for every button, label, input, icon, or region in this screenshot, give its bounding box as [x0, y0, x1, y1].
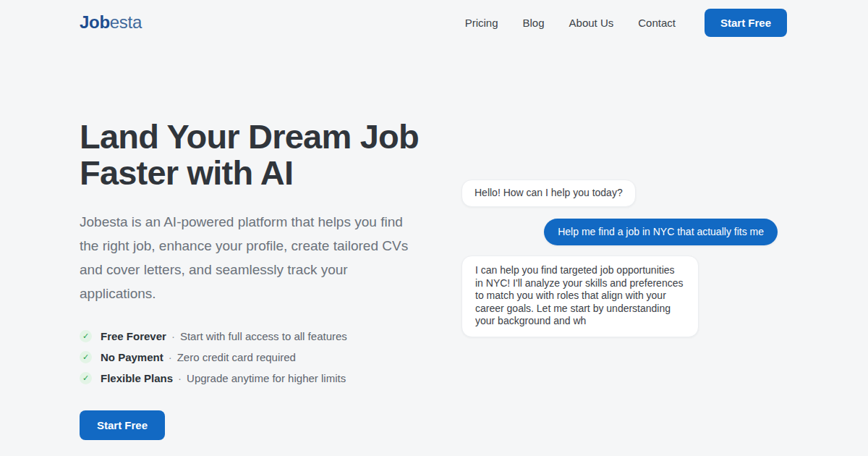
page-title: Land Your Dream Job Faster with AI — [80, 119, 427, 191]
nav-link-blog[interactable]: Blog — [523, 17, 545, 29]
feature-list: ✓ Free Forever · Start with full access … — [80, 326, 427, 389]
hero-start-free-button[interactable]: Start Free — [80, 410, 165, 440]
feature-text: Zero credit card required — [177, 351, 296, 363]
hero-section: Land Your Dream Job Faster with AI Jobes… — [80, 119, 427, 440]
feature-text: Upgrade anytime for higher limits — [187, 372, 346, 384]
feature-item-no-payment: ✓ No Payment · Zero credit card required — [80, 347, 427, 368]
header: Jobesta Pricing Blog About Us Contact St… — [0, 0, 868, 45]
brand-logo[interactable]: Jobesta — [80, 12, 142, 33]
page-title-line1: Land Your Dream Job — [80, 117, 419, 156]
chat-bubble-assistant-reply: I can help you find targeted job opportu… — [461, 256, 699, 337]
nav-link-about-us[interactable]: About Us — [569, 17, 614, 29]
chat-bubble-assistant-greeting: Hello! How can I help you today? — [461, 180, 636, 207]
feature-separator: · — [171, 330, 175, 342]
brand-logo-bold: Job — [80, 12, 110, 32]
brand-logo-light: esta — [110, 12, 142, 32]
nav-link-contact[interactable]: Contact — [638, 17, 676, 29]
feature-text: Start with full access to all features — [180, 330, 347, 342]
main-nav: Pricing Blog About Us Contact Start Free — [465, 9, 787, 37]
header-start-free-button[interactable]: Start Free — [705, 9, 787, 37]
feature-label: No Payment — [101, 351, 163, 363]
feature-label: Flexible Plans — [101, 372, 173, 384]
feature-separator: · — [169, 351, 172, 363]
chat-bubble-user-request: Help me find a job in NYC that actually … — [544, 219, 778, 246]
check-icon: ✓ — [80, 330, 92, 342]
hero-description: Jobesta is an AI-powered platform that h… — [80, 210, 420, 305]
feature-item-free-forever: ✓ Free Forever · Start with full access … — [80, 326, 427, 347]
chat-preview: Hello! How can I help you today? Help me… — [461, 180, 778, 337]
page-title-line2: Faster with AI — [80, 153, 293, 192]
nav-link-pricing[interactable]: Pricing — [465, 17, 498, 29]
feature-item-flexible-plans: ✓ Flexible Plans · Upgrade anytime for h… — [80, 368, 427, 389]
check-icon: ✓ — [80, 372, 92, 384]
feature-separator: · — [178, 372, 182, 384]
feature-label: Free Forever — [101, 330, 166, 342]
check-icon: ✓ — [80, 351, 92, 363]
